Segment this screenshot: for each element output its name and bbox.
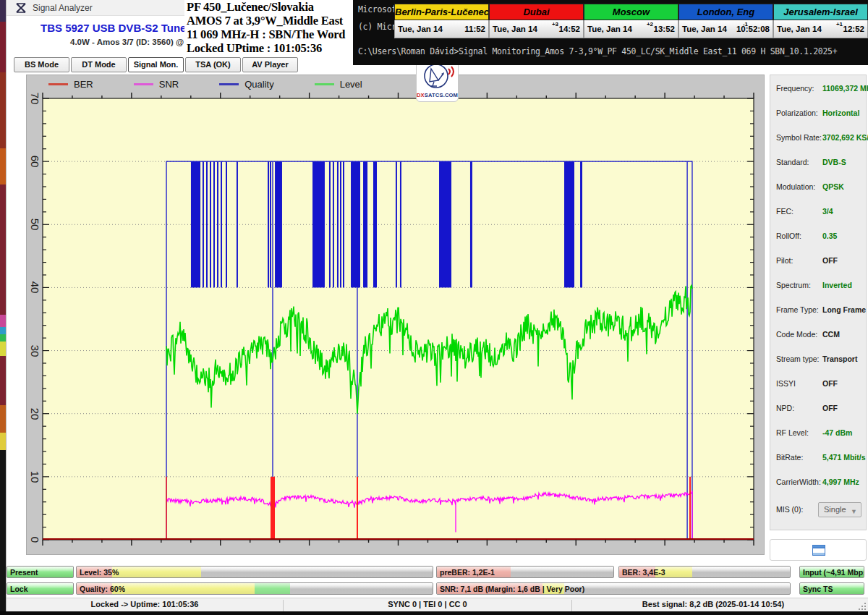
logo-text: DXSATCS.COM xyxy=(417,92,458,98)
param-label: RollOff: xyxy=(776,232,801,240)
input-indicator: Input (~4,91 Mbps) xyxy=(799,566,864,578)
quality-progressbar: Quality: 60% xyxy=(76,582,433,595)
mode-tabs: BS ModeDT ModeSignal Mon.TSA (OK)AV Play… xyxy=(14,57,298,72)
param-fec: FEC:3/4 xyxy=(770,207,866,217)
resize-grip[interactable] xyxy=(857,601,866,610)
param-value: Horizontal xyxy=(822,109,859,117)
mis-label: MIS (0): xyxy=(776,505,803,514)
param-label: ISSYI xyxy=(776,379,796,388)
param-value: Long Frame xyxy=(822,305,866,314)
window-title: Signal Analyzer xyxy=(33,3,93,13)
quality-dip xyxy=(237,161,238,287)
tab-tsa-ok[interactable]: TSA (OK) xyxy=(185,57,241,72)
quality-dip xyxy=(206,161,208,287)
param-label: CarrierWidth: xyxy=(776,478,821,486)
param-code-mode: Code Mode:CCM xyxy=(770,330,866,340)
bar-label: Present xyxy=(10,568,38,577)
status-best-signal: Best signal: 8,2 dB (2025-01-14 10:54) xyxy=(572,600,854,608)
param-label: Symbol Rate: xyxy=(776,133,822,142)
quality-dip xyxy=(340,161,341,287)
clock-utc-offset: +1 xyxy=(836,21,843,27)
annotation-line: 11 069 MHz-H : SBN/The Word xyxy=(187,27,354,41)
quality-dip xyxy=(396,161,397,287)
param-spectrum: Spectrum:Inverted xyxy=(770,281,866,291)
param-value: CCM xyxy=(822,330,840,339)
quality-dip xyxy=(373,161,377,287)
param-symbol-rate: Symbol Rate:3702,692 KS/s xyxy=(770,133,866,143)
y-axis-label: 0 xyxy=(30,529,41,551)
param-label: Code Mode: xyxy=(776,330,817,339)
mis-select[interactable]: Single ▼ xyxy=(818,502,861,517)
legend-item-snr: SNR xyxy=(134,79,179,90)
clock-city: Jerusalem-Israel xyxy=(773,4,868,20)
mis-row: MIS (0): Single ▼ xyxy=(770,502,866,518)
param-value: 4,997 MHz xyxy=(822,478,859,486)
param-label: Standard: xyxy=(776,158,809,166)
clock-moscow: MoscowTue, Jan 14+213:52 xyxy=(584,4,678,40)
annotation-line: PF 450_Lučenec/Slovakia xyxy=(187,0,354,14)
tab-bs-mode[interactable]: BS Mode xyxy=(14,57,69,72)
clock-utc-offset: +3 xyxy=(552,21,558,27)
clock-time: 11:52 xyxy=(464,25,485,33)
quality-dip xyxy=(333,161,334,287)
taskbar-edge xyxy=(0,611,868,615)
legend-label: BER xyxy=(74,79,93,90)
param-value: QPSK xyxy=(822,182,844,191)
mis-value: Single xyxy=(824,505,846,514)
signal-params-panel: MIS (0): Single ▼ Frequency:11069,372 MH… xyxy=(770,75,867,530)
quality-dip xyxy=(470,161,472,287)
param-label: Polarization: xyxy=(776,109,818,117)
present-indicator: Present xyxy=(7,566,74,578)
tuner-title: TBS 5927 USB DVB-S2 Tuner xyxy=(41,22,190,34)
tab-av-player[interactable]: AV Player xyxy=(242,57,298,72)
param-frame-type: Frame Type:Long Frame xyxy=(770,305,866,315)
signal-chart xyxy=(27,75,764,554)
clock-utc-offset: +2 xyxy=(647,21,653,27)
param-label: Frequency: xyxy=(776,84,814,93)
preber-progressbar: preBER: 1,2E-1 xyxy=(436,566,614,578)
quality-dip xyxy=(213,161,215,287)
satellite-dish-icon xyxy=(417,62,458,90)
annotation-line: AMOS 7 at 3,9°W_Middle East xyxy=(187,14,354,27)
bar-label: BER: 3,4E-3 xyxy=(622,568,665,577)
bar-gloss xyxy=(77,567,433,577)
capture-button[interactable] xyxy=(770,539,867,561)
param-polarization: Polarization:Horizontal xyxy=(770,109,866,119)
world-clocks: Berlin-Paris-LučenecTue, Jan 1411:52Duba… xyxy=(394,4,868,40)
quality-dip xyxy=(217,161,218,287)
screen: Signal Analyzer TBS 5927 USB DVB-S2 Tune… xyxy=(0,0,868,615)
quality-dip xyxy=(312,161,325,287)
clock-time: 10:52:08 xyxy=(736,25,770,33)
window-capture-icon xyxy=(812,545,825,556)
param-label: FEC: xyxy=(776,207,793,216)
tab-signal-mon[interactable]: Signal Mon. xyxy=(128,57,184,72)
param-label: Pilot: xyxy=(776,256,793,265)
quality-dip xyxy=(275,161,282,287)
param-frequency: Frequency:11069,372 MHz xyxy=(770,84,866,94)
clock-time: 12:52 xyxy=(843,25,864,33)
status-sync-counts: SYNC 0 | TEI 0 | CC 0 xyxy=(283,600,572,611)
param-npd: NPD:OFF xyxy=(770,404,866,414)
param-pilot: Pilot:OFF xyxy=(770,256,866,266)
quality-dip xyxy=(203,161,204,287)
param-standard: Standard:DVB-S xyxy=(770,158,866,168)
terminal-prompt: C:\Users\Roman Dávid>Signal Monitoring_A… xyxy=(358,46,837,56)
bar-label: SNR: 7,1 dB (Margin: 1,6 dB | Very Poor) xyxy=(440,585,584,593)
param-label: RF Level: xyxy=(776,428,809,437)
param-value: OFF xyxy=(822,256,838,265)
clock-date: Tue, Jan 14 xyxy=(398,25,443,33)
y-axis-label: 70 xyxy=(30,88,41,109)
legend-label: Level xyxy=(340,79,362,90)
quality-dip xyxy=(226,161,227,287)
clock-date: Tue, Jan 14 xyxy=(587,25,632,33)
param-label: Modulation: xyxy=(776,182,815,191)
clock-date: Tue, Jan 14 xyxy=(493,25,537,33)
clock-london-eng: London, EngTue, Jan 14-110:52:08 xyxy=(678,4,773,40)
param-rolloff: RollOff:0.35 xyxy=(770,232,866,242)
param-value: 11069,372 MHz xyxy=(822,84,868,93)
annotation-overlay: PF 450_Lučenec/Slovakia AMOS 7 at 3,9°W_… xyxy=(184,0,354,56)
sync-ts-indicator: Sync TS xyxy=(799,582,864,595)
tab-dt-mode[interactable]: DT Mode xyxy=(71,57,127,72)
y-axis-label: 30 xyxy=(30,340,41,362)
param-value: 5,471 Mbit/s xyxy=(822,453,866,462)
